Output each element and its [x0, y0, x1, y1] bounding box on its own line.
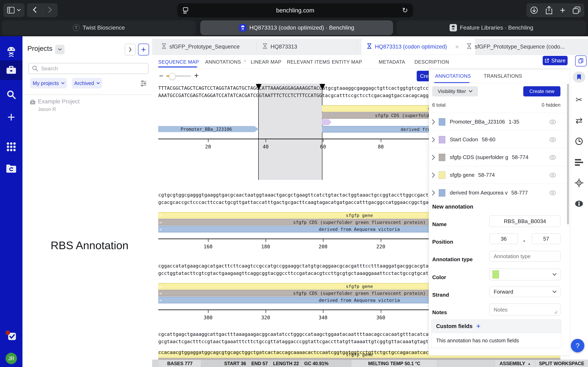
expand-chevron-icon[interactable]	[432, 173, 435, 178]
visibility-eye-icon[interactable]	[549, 137, 556, 142]
annotation-list-item[interactable]: sfgfp gene58-774	[429, 166, 566, 184]
chevron-down-icon	[553, 273, 557, 276]
filter-settings-icon[interactable]	[140, 80, 147, 87]
ruler-tick-label: 20	[205, 144, 211, 150]
panel-tab-annotations[interactable]: ANNOTATIONS	[435, 73, 471, 79]
close-icon[interactable]: ×	[243, 58, 247, 64]
swap-strands-icon[interactable]: ⇄	[570, 115, 588, 125]
zoom-in-icon[interactable]: +	[194, 71, 199, 80]
start-codon-annotation[interactable]	[322, 119, 331, 125]
position-start-field[interactable]	[489, 234, 518, 244]
browser-tab[interactable]: TTwist Bioscience	[2, 20, 196, 35]
back-button[interactable]	[27, 7, 42, 14]
panel-tab-translations[interactable]: TRANSLATIONS	[484, 73, 522, 79]
browser-sidebar-toggle[interactable]	[3, 3, 25, 17]
promoter-annotation[interactable]: Promoter_BBa_J23106	[158, 126, 259, 132]
browser-tab[interactable]: HQ873313 (codon optimized) · Benchling	[200, 20, 393, 35]
visibility-eye-icon[interactable]	[549, 155, 556, 160]
create-nav-icon[interactable]: +	[0, 107, 22, 127]
projects-search-input[interactable]: Search	[28, 63, 148, 74]
notes-field[interactable]	[489, 304, 561, 315]
digest-scissors-icon[interactable]: ✂	[570, 95, 588, 105]
panel-scrollbar[interactable]	[567, 84, 569, 225]
project-list-item[interactable]: Example Project Jason R	[22, 95, 152, 113]
new-tab-icon[interactable]: +	[560, 6, 565, 14]
view-tab-description[interactable]: DESCRIPTION	[415, 55, 449, 68]
color-select[interactable]	[489, 268, 561, 280]
primers-target-icon[interactable]	[570, 178, 588, 188]
view-tab-label: DESCRIPTION	[415, 59, 449, 65]
close-icon[interactable]: ×	[455, 43, 459, 51]
benchling-logo-icon[interactable]	[0, 42, 22, 62]
zoom-slider-handle[interactable]	[169, 73, 176, 80]
document-tab[interactable]: HQ873313	[262, 39, 297, 55]
info-icon[interactable]	[570, 199, 588, 209]
document-tab[interactable]: sfGFP_Prototype_Sequence	[161, 39, 240, 55]
visibility-eye-icon[interactable]	[549, 173, 556, 178]
share-icon[interactable]	[545, 6, 553, 14]
strand-select[interactable]: Forward	[489, 286, 561, 297]
forward-button[interactable]	[43, 7, 58, 14]
zoom-slider[interactable]	[166, 75, 191, 77]
annotation-list-item[interactable]: sfgfp CDS (superfolder g58-774	[429, 148, 566, 166]
projects-type-dropdown[interactable]	[55, 45, 65, 54]
bookmark-tool-active[interactable]	[570, 71, 588, 83]
annotation-name: sfgfp gene	[450, 172, 475, 178]
registry-sync-icon[interactable]	[0, 159, 22, 178]
resize-handle-icon[interactable]	[553, 310, 558, 314]
add-custom-field-icon[interactable]: +	[476, 322, 481, 331]
address-bar[interactable]: benchling.com ↻	[177, 3, 413, 17]
split-workspace-button[interactable]: SPLIT WORKSPACE	[535, 360, 588, 367]
expand-chevron-icon[interactable]	[432, 137, 435, 142]
ruler-tick-label: 320	[261, 315, 270, 320]
new-project-button[interactable]: +	[138, 44, 149, 55]
avatar[interactable]: JR	[6, 353, 17, 364]
refresh-icon[interactable]: ↻	[402, 6, 408, 14]
position-end-field[interactable]	[532, 234, 561, 244]
sfgfp-cds-annotation[interactable]: »sfgfp CDS (superfolder green fluorescen…	[158, 358, 561, 360]
ruler-tick	[381, 239, 381, 242]
expand-chevron-icon[interactable]	[432, 155, 435, 160]
visibility-eye-icon[interactable]	[549, 119, 556, 124]
continues-left-icon: »	[159, 291, 162, 296]
view-tab-entity-map[interactable]: ENTITY MAP	[332, 55, 362, 68]
history-clock-icon[interactable]	[570, 136, 588, 146]
filter-my-projects[interactable]: My projects	[30, 78, 67, 89]
view-tab-metadata[interactable]: METADATA	[379, 55, 405, 68]
annotation-list-item[interactable]: Promoter_BBa_J231061-35	[429, 113, 566, 131]
projects-panel: Projects + Search My projects Archived E…	[22, 36, 152, 367]
expand-chevron-icon[interactable]	[432, 190, 435, 196]
expand-chevron-icon[interactable]	[432, 119, 435, 125]
browser-tab[interactable]: Feature Libraries · Benchling	[397, 20, 586, 35]
create-new-button[interactable]: Create new	[523, 86, 561, 96]
ruler-tick	[323, 139, 323, 142]
filter-archived[interactable]: Archived	[72, 78, 102, 89]
help-button[interactable]: ?	[571, 339, 584, 352]
search-nav-icon[interactable]	[0, 85, 22, 104]
tab-overview-icon[interactable]	[573, 7, 580, 14]
strand-label: Strand	[432, 292, 449, 298]
annotation-list-item[interactable]: derived from Aequorea v58-777	[429, 184, 566, 202]
apps-grid-icon[interactable]	[0, 137, 22, 157]
alignment-tool-icon[interactable]	[570, 157, 588, 167]
page-settings-icon[interactable]	[182, 7, 189, 14]
tasks-notification-icon[interactable]	[0, 326, 22, 345]
sidebar-item-projects[interactable]	[0, 60, 22, 80]
name-field[interactable]	[489, 216, 561, 227]
assembly-button[interactable]: ASSEMBLY▲	[495, 360, 535, 367]
document-tab[interactable]: HQ873313 (codon optimized)×	[361, 39, 475, 55]
annotation-list-item[interactable]: Start Codon58-60	[429, 131, 566, 149]
zoom-out-icon[interactable]: −	[159, 72, 163, 80]
view-tab-annotations[interactable]: ANNOTATIONS×	[205, 55, 247, 68]
visibility-eye-icon[interactable]	[549, 191, 556, 195]
downloads-icon[interactable]	[530, 6, 538, 14]
document-tab[interactable]: sfGFP_Prototype_Sequence (codo...	[467, 39, 573, 55]
copy-link-button[interactable]	[575, 55, 587, 67]
ruler-tick-label: 60	[320, 144, 326, 150]
share-button[interactable]: Share	[543, 56, 568, 65]
annotation-type-field[interactable]	[489, 251, 561, 262]
view-tab-relevant-items[interactable]: RELEVANT ITEMS	[287, 55, 330, 68]
visibility-filter-button[interactable]: Visibility filter	[432, 86, 478, 96]
view-tab-linear-map[interactable]: LINEAR MAP	[251, 55, 281, 68]
collapse-panel-button[interactable]	[125, 44, 136, 55]
